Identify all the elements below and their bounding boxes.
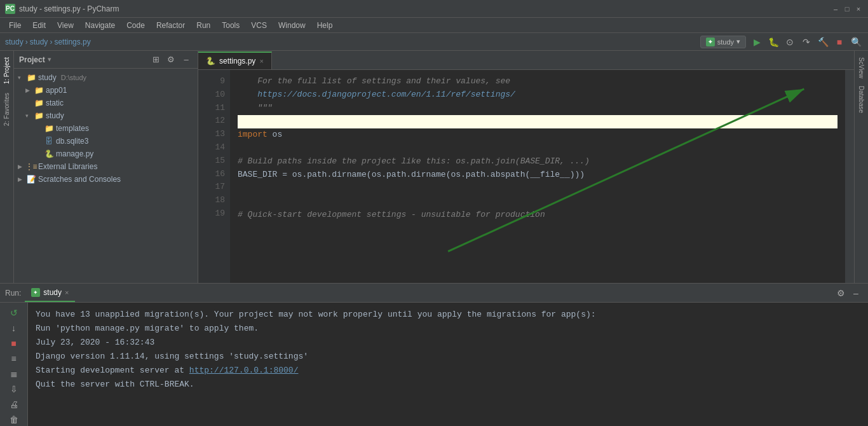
code-text-11: """: [238, 102, 273, 115]
code-text-17: [238, 182, 243, 195]
menu-run[interactable]: Run: [191, 20, 215, 31]
tree-item-managepy[interactable]: 🐍 manage.py: [14, 148, 198, 160]
folder-icon-static: 📁: [34, 98, 44, 108]
run-sidebar-down[interactable]: ↓: [6, 322, 22, 334]
tree-label-app01: app01: [46, 86, 67, 95]
tree-item-scratches[interactable]: ▶ 📝 Scratches and Consoles: [14, 173, 198, 186]
tree-item-app01[interactable]: ▶ 📁 app01: [14, 84, 198, 97]
run-button[interactable]: ▶: [750, 35, 764, 49]
nav-bar: study › study › settings.py ✦ study ▾ ▶ …: [0, 33, 868, 51]
code-line-11: """: [238, 102, 837, 115]
tree-label-root: study: [38, 73, 57, 82]
run-sidebar-print[interactable]: 🖨: [6, 398, 22, 411]
sidebar-tab-project[interactable]: 1: Project: [1, 53, 12, 88]
tree-item-templates[interactable]: 📁 templates: [14, 122, 198, 135]
sidebar-tab-database[interactable]: Database: [856, 82, 867, 117]
menu-refactor[interactable]: Refactor: [151, 20, 190, 31]
run-sidebar-stop[interactable]: ■: [6, 337, 22, 350]
breadcrumb-study1[interactable]: study: [5, 38, 24, 46]
run-sidebar-trash[interactable]: 🗑: [6, 413, 22, 426]
menu-navigate[interactable]: Navigate: [80, 20, 120, 31]
code-area[interactable]: For the full list of settings and their …: [230, 70, 845, 283]
menu-vcs[interactable]: VCS: [246, 20, 272, 31]
run-coverage-button[interactable]: ⊙: [783, 35, 797, 49]
title-bar: PC study - settings.py - PyCharm – □ ×: [0, 0, 868, 18]
run-output-server-link[interactable]: http://127.0.0.1:8000/: [189, 366, 299, 375]
folder-icon-study: 📁: [34, 111, 44, 121]
tree-arrow-scratches: ▶: [18, 176, 24, 182]
tree-item-static[interactable]: 📁 static: [14, 97, 198, 109]
breadcrumb-settings[interactable]: settings.py: [54, 38, 90, 46]
editor-and-panels: 1: Project 2: Favorites Project ▾ ⊞ ⚙ – …: [0, 51, 868, 283]
sidebar-tab-favorites[interactable]: 2: Favorites: [1, 89, 12, 130]
run-panel-header: Run: ✦ study × ⚙ –: [0, 284, 868, 303]
menu-window[interactable]: Window: [273, 20, 311, 31]
tree-arrow-app01: ▶: [25, 87, 32, 93]
menu-file[interactable]: File: [4, 20, 26, 31]
title-bar-left: PC study - settings.py - PyCharm: [5, 4, 119, 14]
run-sidebar-filter[interactable]: ≣: [6, 368, 22, 380]
right-side-tabs: ScView Database: [854, 51, 868, 283]
run-tab-label: study: [43, 288, 62, 297]
tree-item-extlibs[interactable]: ▶ ⋮≡ External Libraries: [14, 160, 198, 173]
run-header-right: ⚙ –: [834, 286, 863, 300]
debug-button[interactable]: 🐛: [766, 35, 780, 49]
menu-view[interactable]: View: [52, 20, 79, 31]
code-text-15: # Build paths inside the project like th…: [238, 155, 590, 168]
toolbar-icons: ▶ 🐛 ⊙ ↷ 🔨 ■ 🔍: [750, 35, 863, 49]
line-num-10: 10: [198, 88, 225, 102]
stop-button[interactable]: ■: [832, 35, 846, 49]
tree-label-managepy: manage.py: [56, 149, 93, 158]
run-settings-icon[interactable]: ⚙: [834, 286, 848, 300]
breadcrumb: study › study › settings.py: [5, 38, 91, 46]
tree-label-scratches: Scratches and Consoles: [38, 175, 121, 184]
code-line-17: [238, 182, 837, 195]
window-controls[interactable]: – □ ×: [831, 4, 863, 13]
code-line-10: https://docs.djangoproject.com/en/1.11/r…: [238, 88, 837, 102]
code-kw-import: import: [238, 128, 268, 142]
run-config-dropdown[interactable]: ✦ study ▾: [700, 36, 746, 48]
maximize-button[interactable]: □: [843, 4, 851, 13]
run-sidebar-pin[interactable]: ≡: [6, 352, 22, 365]
run-panel-label: Run:: [5, 289, 21, 298]
menu-help[interactable]: Help: [312, 20, 338, 31]
run-output-line-4: Django version 1.11.14, using settings '…: [36, 350, 860, 364]
menu-code[interactable]: Code: [121, 20, 150, 31]
code-text-18: [238, 195, 243, 209]
run-tab-close[interactable]: ×: [65, 289, 69, 296]
run-sidebar-scroll[interactable]: ⇩: [6, 383, 22, 395]
search-button[interactable]: 🔍: [849, 35, 863, 49]
menu-tools[interactable]: Tools: [217, 20, 245, 31]
tab-close-settings[interactable]: ×: [259, 57, 263, 65]
editor-tab-settings[interactable]: 🐍 settings.py ×: [198, 52, 272, 69]
tree-item-db[interactable]: 🗄 db.sqlite3: [14, 135, 198, 148]
close-button[interactable]: ×: [854, 4, 863, 13]
editor-content: 9 10 11 12 13 14 15 16 17 18 19: [198, 70, 854, 283]
run-output-line-6: Quit the server with CTRL-BREAK.: [36, 378, 860, 392]
menu-edit[interactable]: Edit: [27, 20, 51, 31]
tree-sublabel-root: D:\study: [61, 74, 86, 81]
breadcrumb-study2[interactable]: study: [30, 38, 48, 46]
minimize-button[interactable]: –: [831, 4, 840, 13]
project-settings-icon[interactable]: ⚙: [165, 53, 177, 66]
run-output-line-5: Starting development server at http://12…: [36, 364, 860, 378]
project-collapse-icon[interactable]: ⊞: [149, 53, 162, 66]
project-dropdown-arrow[interactable]: ▾: [48, 55, 51, 64]
run-minimize-icon[interactable]: –: [849, 286, 863, 300]
run-panel-body: ↺ ↓ ■ ≡ ≣ ⇩ 🖨 🗑 You have 13 unapplied mi…: [0, 303, 868, 426]
run-sidebar-rerun[interactable]: ↺: [6, 306, 22, 319]
main-container: 1: Project 2: Favorites Project ▾ ⊞ ⚙ – …: [0, 51, 868, 426]
code-text-13: os: [268, 128, 282, 142]
run-tab-study[interactable]: ✦ study ×: [25, 284, 75, 302]
editor-scrollbar[interactable]: [845, 70, 854, 283]
code-text-10: https://docs.djangoproject.com/en/1.11/r…: [238, 88, 515, 102]
step-over-button[interactable]: ↷: [799, 35, 813, 49]
project-hide-icon[interactable]: –: [180, 53, 193, 66]
line-num-12: 12: [198, 114, 225, 128]
tree-item-root[interactable]: ▾ 📁 study D:\study: [14, 71, 198, 84]
left-side-tabs: 1: Project 2: Favorites: [0, 51, 14, 283]
run-output-line-2: Run 'python manage.py migrate' to apply …: [36, 322, 860, 336]
sidebar-tab-scview[interactable]: ScView: [856, 53, 867, 82]
build-button[interactable]: 🔨: [816, 35, 830, 49]
tree-item-study[interactable]: ▾ 📁 study: [14, 109, 198, 122]
